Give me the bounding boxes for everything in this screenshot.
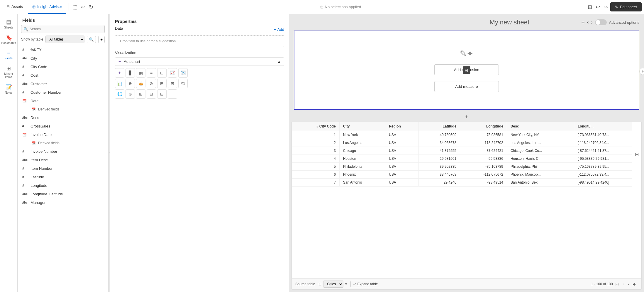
- viz-bar-btn[interactable]: ▊: [126, 68, 135, 78]
- add-measure-button[interactable]: Add measure: [434, 81, 499, 92]
- table-search-btn[interactable]: 🔍: [87, 36, 96, 43]
- viz-map-btn[interactable]: 🌐: [115, 89, 124, 99]
- cell-lon: -98.49514: [460, 179, 507, 187]
- add-sheet-btn[interactable]: +: [581, 19, 585, 26]
- viz-horiz-btn[interactable]: ≡: [147, 68, 156, 78]
- last-page-btn[interactable]: ⏭: [631, 281, 638, 287]
- prev-page-btn[interactable]: ‹: [622, 281, 626, 287]
- table-add-column-btn[interactable]: ⊞: [632, 122, 641, 187]
- redo-tool[interactable]: ↻: [88, 3, 94, 11]
- field-item-invoice-number[interactable]: # Invoice Number: [18, 147, 108, 156]
- viz-combo-btn[interactable]: 📊: [115, 79, 124, 88]
- viz-line-btn[interactable]: 📈: [168, 68, 177, 78]
- viz-kpi-btn[interactable]: #1: [178, 79, 188, 88]
- viz-more-btn[interactable]: ⋯: [168, 89, 177, 99]
- field-item-pct-key[interactable]: # %KEY: [18, 46, 108, 54]
- field-item-city-code[interactable]: # City Code: [18, 63, 108, 71]
- edit-sheet-button[interactable]: ✎ Edit sheet: [610, 2, 642, 11]
- field-item-latitude[interactable]: # Latitude: [18, 173, 108, 181]
- cell-city-code: 2: [292, 139, 339, 147]
- prev-sheet-btn[interactable]: ‹: [587, 20, 589, 25]
- chart-drag-handle[interactable]: ⊕: [463, 66, 470, 74]
- viz-heatmap-btn[interactable]: ⊞: [136, 89, 145, 99]
- table-body: 1 New York USA 40.730599 -73.986581 New …: [292, 131, 641, 187]
- sidebar-item-sheets[interactable]: ▤ Sheets: [0, 16, 17, 31]
- field-item-cost[interactable]: # Cost: [18, 71, 108, 80]
- source-table-select-wrap: ⊞ Cities ▾: [318, 281, 347, 288]
- field-item-customer[interactable]: Abc Customer: [18, 80, 108, 88]
- viz-pie-btn[interactable]: 🥧: [136, 79, 145, 88]
- field-item-item-desc[interactable]: Abc Item Desc: [18, 156, 108, 164]
- viz-box-btn[interactable]: ⊟: [157, 89, 167, 99]
- table-add-btn[interactable]: +: [98, 36, 105, 43]
- source-table-select[interactable]: Cities: [323, 281, 343, 288]
- add-row-btn[interactable]: +: [289, 112, 644, 122]
- cell-longitu: [-75.163789,39.95...: [574, 163, 641, 171]
- field-item-item-number[interactable]: # Item Number: [18, 164, 108, 173]
- viz-magic-btn[interactable]: ✦: [115, 68, 124, 78]
- field-item-manager[interactable]: Abc Manager: [18, 198, 108, 207]
- field-item-date[interactable]: 📅 Date: [18, 97, 108, 105]
- cell-lat: 29.4246: [418, 179, 460, 187]
- field-item-customer-number[interactable]: # Customer Number: [18, 88, 108, 97]
- all-tables-select[interactable]: All tables: [45, 36, 84, 43]
- table-row: 4 Houston USA 29.981501 -95.53836 Housto…: [292, 155, 641, 163]
- viz-donut-btn[interactable]: ⊙: [147, 79, 156, 88]
- field-name: Invoice Number: [30, 149, 57, 154]
- insight-advisor-tab[interactable]: ◎ Insight Advisor: [28, 0, 66, 14]
- autochart-row[interactable]: ✦ Autochart ▲: [115, 57, 284, 66]
- col-desc[interactable]: Desc: [507, 122, 574, 131]
- table-icon: ⊞: [318, 282, 321, 286]
- field-type-abc: Abc: [22, 57, 28, 60]
- col-city-code[interactable]: ↑↓ City Code: [292, 122, 339, 131]
- sidebar-item-notes[interactable]: 📝 Notes: [0, 82, 17, 97]
- sidebar-item-master-items[interactable]: ⊞ Master items: [0, 63, 17, 81]
- search-input[interactable]: [21, 25, 105, 33]
- field-name: Longitude_Latitude: [30, 192, 63, 196]
- expand-table-btn[interactable]: ⤢ Expand table: [350, 281, 380, 287]
- field-item-gross-sales[interactable]: # GrossSales: [18, 122, 108, 130]
- viz-waterfall-btn[interactable]: ⊟: [157, 68, 167, 78]
- cell-city-code: 6: [292, 171, 339, 179]
- field-item-derived-date[interactable]: 📅 Derived fields: [18, 105, 108, 113]
- viz-treemap-btn[interactable]: ⊕: [126, 89, 135, 99]
- field-item-longitude-latitude[interactable]: Abc Longitude_Latitude: [18, 190, 108, 198]
- field-item-longitude[interactable]: # Longitude: [18, 181, 108, 190]
- viz-scatter-btn[interactable]: ⊕: [126, 79, 135, 88]
- assets-tab[interactable]: ⊞ Assets: [2, 0, 27, 14]
- col-city[interactable]: City: [339, 122, 385, 131]
- data-table-scroll[interactable]: ↑↓ City Code City Region Latitude Longit…: [292, 122, 641, 278]
- viz-pivot-btn[interactable]: ⊞: [157, 79, 167, 88]
- next-sheet-btn[interactable]: ›: [591, 20, 592, 25]
- viz-straight-table-btn[interactable]: ⊟: [168, 79, 177, 88]
- field-item-city[interactable]: Abc City: [18, 54, 108, 63]
- cell-city: Phoenix: [339, 171, 385, 179]
- col-latitude[interactable]: Latitude: [418, 122, 460, 131]
- forward-nav-btn[interactable]: ↪: [602, 3, 609, 11]
- viz-sankey-btn[interactable]: ⊟: [147, 89, 156, 99]
- drop-field-area[interactable]: Drop field to use or for a suggestion: [115, 35, 284, 47]
- field-item-desc[interactable]: Abc Desc: [18, 113, 108, 122]
- lasso-tool[interactable]: ⬚: [71, 3, 79, 11]
- sidebar-item-bookmarks[interactable]: 🔖 Bookmarks: [0, 32, 17, 47]
- back-to-hub-btn[interactable]: ←: [6, 282, 11, 290]
- viz-stacked-btn[interactable]: ▦: [136, 68, 145, 78]
- grid-layout-btn[interactable]: ⊞: [587, 3, 593, 11]
- sidebar-item-fields[interactable]: ≡ Fields: [0, 48, 17, 62]
- chart-add-right-btn[interactable]: +: [639, 68, 644, 75]
- field-item-derived-invoice[interactable]: 📅 Derived fields: [18, 139, 108, 147]
- field-type-abc: Abc: [22, 201, 28, 204]
- first-page-btn[interactable]: ⏮: [614, 281, 621, 287]
- col-longitu[interactable]: Longitu...: [574, 122, 641, 131]
- col-region[interactable]: Region: [385, 122, 419, 131]
- field-item-invoice-date[interactable]: 📅 Invoice Date: [18, 130, 108, 139]
- undo-tool[interactable]: ↩: [80, 3, 87, 11]
- toggle-switch[interactable]: [595, 19, 607, 25]
- next-page-btn[interactable]: ›: [626, 281, 630, 287]
- viz-area-btn[interactable]: 📉: [178, 68, 188, 78]
- col-longitude[interactable]: Longitude: [460, 122, 507, 131]
- sep1: [69, 3, 69, 11]
- main-content: My new sheet + ‹ › Advanced options ⊕ ✎✦: [289, 14, 644, 292]
- back-nav-btn[interactable]: ↩: [594, 3, 601, 11]
- add-field-btn[interactable]: + Add: [274, 27, 284, 32]
